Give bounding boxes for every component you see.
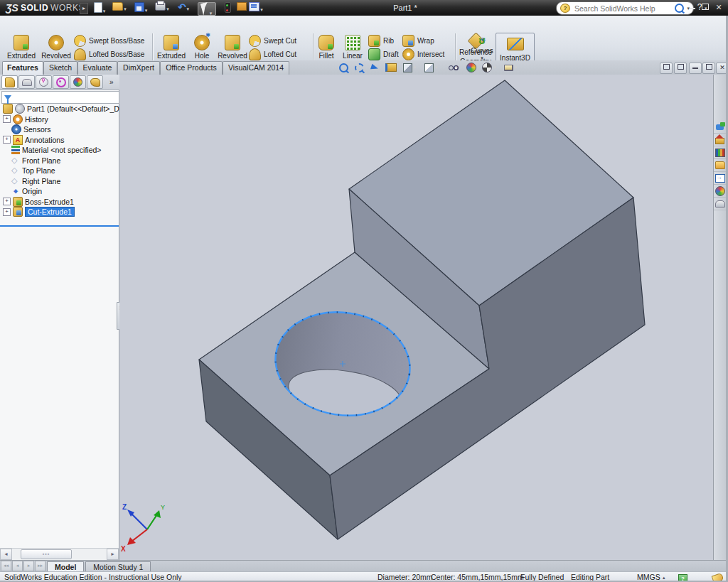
solidworks-logo: ƷSSOLIDWORKS (1, 1, 89, 14)
hide-show-items-button[interactable] (444, 62, 462, 73)
graphics-viewport[interactable]: Z Y X (119, 75, 713, 560)
tree-item-right-plane[interactable]: Right Plane (0, 176, 119, 187)
custom-properties-button[interactable] (714, 198, 726, 210)
view-orientation-button[interactable] (401, 62, 418, 73)
tab-featuremanager-tree[interactable] (1, 75, 18, 89)
rebuild-button[interactable] (220, 2, 235, 14)
file-properties-button[interactable] (249, 2, 263, 14)
menu-expand-arrow[interactable]: ▸ (80, 3, 88, 14)
tab-nav-prev[interactable]: ◂ (12, 561, 23, 571)
model-3d-view[interactable]: Z Y X (119, 75, 713, 560)
solidworks-logo-icon: ƷS (6, 2, 18, 14)
tree-root-part[interactable]: Part1 (Default<<Default>_Disp (0, 104, 119, 114)
tab-sketch[interactable]: Sketch (43, 61, 77, 75)
curves-dropdown-arrow[interactable]: ▾ (469, 55, 495, 60)
tree-item-history[interactable]: + History (0, 114, 119, 125)
swept-boss-base-button[interactable]: Swept Boss/Base (74, 34, 155, 48)
tab-nav-first[interactable]: ◂◂ (1, 561, 11, 571)
solidworks-forum-button[interactable] (714, 121, 726, 134)
tab-model[interactable]: Model (47, 561, 84, 572)
apply-scene-button[interactable] (481, 62, 498, 73)
expand-box[interactable]: + (3, 208, 11, 216)
tree-item-annotations[interactable]: +A Annotations (0, 135, 119, 146)
lofted-cut-button[interactable]: Lofted Cut (249, 48, 307, 61)
tab-visualcam-2014[interactable]: VisualCAM 2014 (223, 61, 289, 75)
zoom-to-area-icon (355, 63, 364, 72)
zoom-to-fit-button[interactable] (337, 62, 350, 73)
swept-cut-button[interactable]: Swept Cut (249, 34, 307, 48)
search-icon[interactable] (675, 4, 684, 13)
tree-item-boss-extrude1[interactable]: + Boss-Extrude1 (0, 197, 119, 208)
minimize-button[interactable] (687, 3, 698, 12)
open-button[interactable] (112, 2, 127, 14)
print-button[interactable] (155, 2, 169, 14)
design-library-button[interactable] (714, 146, 726, 159)
tabs-overflow-chevron[interactable]: » (109, 78, 114, 86)
display-style-button[interactable] (422, 62, 439, 73)
options-button[interactable] (235, 2, 249, 14)
tab-features[interactable]: Features (2, 61, 43, 75)
file-explorer-button[interactable] (714, 159, 726, 172)
tab-configurationmanager[interactable] (36, 75, 52, 89)
configurationmanager-icon (39, 77, 48, 87)
sensors-icon (11, 124, 21, 134)
close-button[interactable]: ✕ (713, 3, 724, 12)
doc-minimize-button[interactable] (689, 63, 702, 74)
scroll-left-button[interactable]: ◂ (0, 549, 12, 560)
edit-appearance-button[interactable] (465, 62, 478, 73)
tree-item-origin[interactable]: ⌖ Origin (0, 186, 119, 197)
tab-motion-study-1[interactable]: Motion Study 1 (85, 561, 151, 572)
save-button[interactable] (134, 2, 148, 14)
doc-restore-icon (706, 64, 712, 70)
search-input[interactable] (573, 4, 672, 14)
tab-dimxpertmanager[interactable] (53, 75, 69, 89)
display-style-icon (424, 63, 434, 72)
tree-item-material[interactable]: Material <not specified> (0, 145, 119, 156)
view-palette-button[interactable] (714, 172, 726, 185)
tree-horizontal-scrollbar[interactable]: ◂ ▪▪▪ ▸ (0, 548, 119, 560)
tree-item-cut-extrude1[interactable]: + Cut-Extrude1 (0, 207, 119, 217)
scroll-right-button[interactable]: ▸ (107, 549, 119, 560)
draft-button[interactable]: Draft (368, 48, 399, 61)
zoom-to-selection-button[interactable] (368, 62, 381, 73)
scrollbar-thumb[interactable]: ▪▪▪ (21, 549, 72, 559)
tab-propertymanager[interactable] (18, 75, 35, 89)
propertymanager-icon (22, 79, 32, 86)
expand-box[interactable]: + (3, 136, 11, 144)
doc-window-cascade-button[interactable] (674, 63, 687, 74)
undo-button[interactable]: ↶ (176, 2, 191, 14)
tree-filter-box[interactable] (1, 91, 119, 104)
solidworks-resources-button[interactable] (714, 134, 726, 146)
doc-window-split-button[interactable] (660, 63, 673, 74)
tab-dimxpert[interactable]: DimXpert (117, 61, 160, 75)
lofted-cut-icon (249, 48, 261, 60)
lofted-boss-base-button[interactable]: Lofted Boss/Base (74, 48, 155, 61)
triad-y-label: Y (161, 504, 165, 511)
wrap-button[interactable]: Wrap (402, 34, 444, 48)
tree-item-sensors[interactable]: Sensors (0, 124, 119, 135)
tab-displaymanager[interactable] (70, 75, 86, 89)
help-search-box[interactable]: ? ▾ (556, 1, 694, 15)
rib-button[interactable]: Rib (368, 34, 399, 48)
expand-box[interactable]: + (3, 115, 11, 123)
restore-button[interactable] (700, 3, 711, 12)
tree-item-top-plane[interactable]: Top Plane (0, 166, 119, 176)
view-settings-button[interactable] (502, 62, 519, 73)
tab-nav-last[interactable]: ▸▸ (35, 561, 46, 571)
tab-nav-next[interactable]: ▸ (23, 561, 34, 571)
tree-item-front-plane[interactable]: Front Plane (0, 156, 119, 166)
new-document-button[interactable] (92, 2, 107, 14)
tab-evaluate[interactable]: Evaluate (77, 61, 117, 75)
doc-restore-button[interactable] (702, 63, 715, 74)
appearances-scenes-button[interactable] (714, 185, 726, 198)
zoom-to-area-button[interactable] (353, 62, 365, 73)
feature-manager-panel: » Part1 (Default<<Default>_Disp + Histor… (0, 75, 119, 560)
expand-box[interactable]: + (3, 198, 11, 205)
tab-cam-manager[interactable] (87, 75, 103, 89)
select-tool-button[interactable] (198, 2, 216, 16)
rollback-bar[interactable] (0, 225, 119, 227)
rib-icon (368, 35, 380, 47)
tab-office-products[interactable]: Office Products (160, 61, 223, 75)
intersect-button[interactable]: Intersect (402, 48, 444, 61)
section-view-button[interactable] (385, 62, 397, 73)
